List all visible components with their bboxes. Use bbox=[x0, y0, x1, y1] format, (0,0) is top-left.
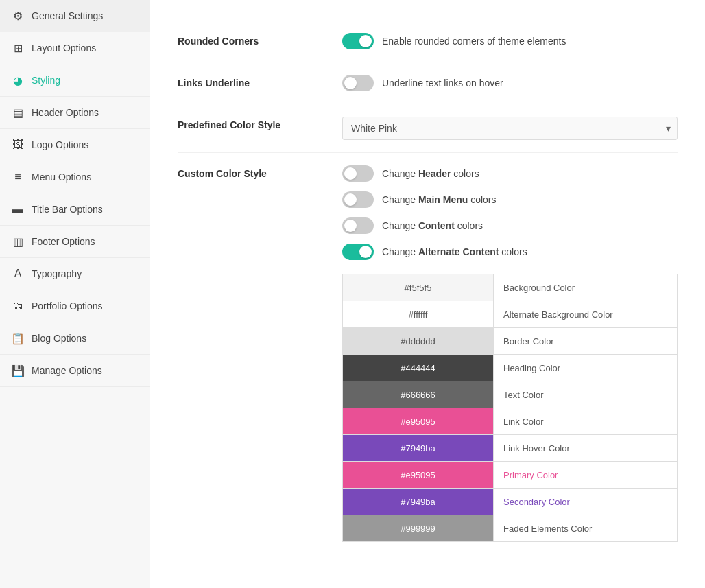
sidebar-item-label-manage-options: Manage Options bbox=[32, 365, 102, 376]
color-row-1: #ffffffAlternate Background Color bbox=[342, 301, 678, 328]
rounded-corners-content: Enable rounded corners of theme elements bbox=[342, 33, 678, 49]
blog-options-icon: 📋 bbox=[11, 331, 25, 345]
color-row-5: #e95095Link Color bbox=[342, 408, 678, 435]
color-swatch-0[interactable]: #f5f5f5 bbox=[343, 274, 494, 301]
color-name-0: Background Color bbox=[494, 274, 677, 301]
color-row-8: #7949baSecondary Color bbox=[342, 488, 678, 515]
color-swatch-4[interactable]: #666666 bbox=[343, 381, 494, 408]
sidebar-item-typography[interactable]: ATypography bbox=[0, 258, 150, 290]
custom-color-style-content: Change Header colors Change Main Menu co… bbox=[342, 165, 678, 541]
change-content-colors-label: Change Content colors bbox=[382, 220, 483, 231]
sidebar-item-label-styling: Styling bbox=[32, 75, 60, 86]
color-name-7: Primary Color bbox=[494, 462, 677, 488]
links-underline-description: Underline text links on hover bbox=[382, 78, 503, 89]
color-name-6: Link Hover Color bbox=[494, 435, 677, 461]
general-settings-icon: ⚙ bbox=[11, 9, 25, 23]
sidebar-item-label-typography: Typography bbox=[32, 268, 82, 279]
main-content: Rounded Corners Enable rounded corners o… bbox=[150, 0, 705, 588]
sidebar-item-title-bar-options[interactable]: ▬Title Bar Options bbox=[0, 193, 150, 226]
sidebar-item-label-general-settings: General Settings bbox=[32, 10, 103, 21]
color-swatches-table: #f5f5f5Background Color#ffffffAlternate … bbox=[342, 274, 678, 541]
color-row-9: #999999Faded Elements Color bbox=[342, 515, 678, 542]
rounded-corners-toggle[interactable] bbox=[342, 33, 374, 49]
color-swatch-7[interactable]: #e95095 bbox=[343, 462, 494, 488]
sidebar-item-footer-options[interactable]: ▥Footer Options bbox=[0, 226, 150, 258]
sidebar-item-layout-options[interactable]: ⊞Layout Options bbox=[0, 32, 150, 64]
color-row-6: #7949baLink Hover Color bbox=[342, 434, 678, 462]
sidebar-item-general-settings[interactable]: ⚙General Settings bbox=[0, 0, 150, 32]
color-swatch-3[interactable]: #444444 bbox=[343, 355, 494, 381]
links-underline-content: Underline text links on hover bbox=[342, 75, 678, 91]
predefined-color-style-row: Predefined Color Style White Pink White … bbox=[178, 104, 678, 153]
color-name-4: Text Color bbox=[494, 381, 677, 408]
menu-options-icon: ≡ bbox=[11, 170, 25, 184]
sidebar-item-label-title-bar-options: Title Bar Options bbox=[32, 204, 103, 215]
color-name-3: Heading Color bbox=[494, 355, 677, 381]
color-row-2: #ddddddBorder Color bbox=[342, 327, 678, 355]
sidebar-item-label-menu-options: Menu Options bbox=[32, 172, 91, 183]
footer-options-icon: ▥ bbox=[11, 235, 25, 248]
sidebar-item-menu-options[interactable]: ≡Menu Options bbox=[0, 161, 150, 193]
links-underline-label: Links Underline bbox=[178, 75, 328, 89]
sidebar-item-label-layout-options: Layout Options bbox=[32, 43, 96, 54]
color-swatch-1[interactable]: #ffffff bbox=[343, 301, 494, 327]
sidebar-item-portfolio-options[interactable]: 🗂Portfolio Options bbox=[0, 290, 150, 322]
predefined-color-style-label: Predefined Color Style bbox=[178, 117, 328, 130]
change-header-colors-toggle[interactable] bbox=[342, 165, 374, 182]
sidebar-item-label-blog-options: Blog Options bbox=[32, 333, 86, 344]
color-name-1: Alternate Background Color bbox=[494, 301, 677, 327]
sidebar-item-label-portfolio-options: Portfolio Options bbox=[32, 301, 103, 311]
color-name-8: Secondary Color bbox=[494, 489, 677, 515]
links-underline-toggle[interactable] bbox=[342, 75, 374, 91]
rounded-corners-description: Enable rounded corners of theme elements bbox=[382, 36, 566, 47]
custom-color-style-label: Custom Color Style bbox=[178, 165, 328, 179]
manage-options-icon: 💾 bbox=[11, 364, 25, 377]
color-name-2: Border Color bbox=[494, 328, 677, 354]
custom-color-style-row: Custom Color Style Change Header colors … bbox=[178, 153, 678, 554]
layout-options-icon: ⊞ bbox=[11, 41, 25, 55]
sidebar-item-label-logo-options: Logo Options bbox=[32, 139, 88, 150]
sidebar-item-manage-options[interactable]: 💾Manage Options bbox=[0, 355, 150, 387]
color-row-7: #e95095Primary Color bbox=[342, 461, 678, 489]
change-main-menu-colors-toggle[interactable] bbox=[342, 191, 374, 208]
sidebar-item-header-options[interactable]: ▤Header Options bbox=[0, 97, 150, 129]
color-swatch-5[interactable]: #e95095 bbox=[343, 408, 494, 434]
color-swatch-2[interactable]: #dddddd bbox=[343, 328, 494, 354]
links-underline-row: Links Underline Underline text links on … bbox=[178, 62, 678, 104]
sidebar-item-blog-options[interactable]: 📋Blog Options bbox=[0, 322, 150, 355]
portfolio-options-icon: 🗂 bbox=[11, 299, 25, 313]
sidebar-item-label-footer-options: Footer Options bbox=[32, 236, 95, 247]
change-header-colors-label: Change Header colors bbox=[382, 168, 479, 179]
color-row-3: #444444Heading Color bbox=[342, 354, 678, 381]
change-alternate-content-colors-toggle[interactable] bbox=[342, 244, 374, 260]
sidebar-item-label-header-options: Header Options bbox=[32, 107, 99, 118]
header-options-icon: ▤ bbox=[11, 106, 25, 119]
color-row-4: #666666Text Color bbox=[342, 381, 678, 408]
predefined-color-style-content: White Pink White Blue White Green Dark P… bbox=[342, 117, 678, 140]
typography-icon: A bbox=[11, 267, 25, 281]
color-row-0: #f5f5f5Background Color bbox=[342, 274, 678, 301]
change-alternate-content-colors-label: Change Alternate Content colors bbox=[382, 246, 527, 257]
color-name-5: Link Color bbox=[494, 408, 677, 434]
change-main-menu-colors-label: Change Main Menu colors bbox=[382, 194, 497, 205]
change-content-colors-toggle[interactable] bbox=[342, 217, 374, 234]
logo-options-icon: 🖼 bbox=[11, 138, 25, 152]
color-swatch-6[interactable]: #7949ba bbox=[343, 435, 494, 461]
color-style-dropdown[interactable]: White Pink White Blue White Green Dark P… bbox=[342, 117, 678, 140]
color-swatch-8[interactable]: #7949ba bbox=[343, 489, 494, 515]
rounded-corners-label: Rounded Corners bbox=[178, 33, 328, 47]
color-name-9: Faded Elements Color bbox=[494, 515, 677, 541]
sidebar: ⚙General Settings⊞Layout Options◕Styling… bbox=[0, 0, 150, 588]
sidebar-item-styling[interactable]: ◕Styling bbox=[0, 64, 150, 97]
title-bar-options-icon: ▬ bbox=[11, 202, 25, 216]
sidebar-item-logo-options[interactable]: 🖼Logo Options bbox=[0, 129, 150, 161]
color-swatch-9[interactable]: #999999 bbox=[343, 515, 494, 541]
color-style-dropdown-wrapper: White Pink White Blue White Green Dark P… bbox=[342, 117, 678, 140]
rounded-corners-row: Rounded Corners Enable rounded corners o… bbox=[178, 21, 678, 62]
styling-icon: ◕ bbox=[11, 73, 25, 87]
